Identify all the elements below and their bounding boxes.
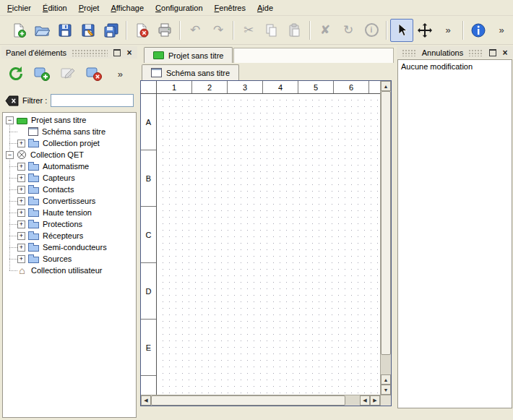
expand-toggle[interactable]: + [17, 197, 25, 205]
expand-toggle[interactable]: + [17, 220, 25, 228]
tree-item-contacts[interactable]: +Contacts [4, 184, 136, 195]
tree-item-recepteurs[interactable]: +Récepteurs [4, 230, 136, 241]
schema-icon [151, 68, 162, 77]
ruler-column-label: 2 [192, 81, 228, 93]
schema-grid-canvas[interactable] [157, 94, 380, 395]
delete-button[interactable]: ✘ [314, 19, 337, 42]
tree-item-sources[interactable]: +Sources [4, 253, 136, 265]
horizontal-scrollbar[interactable]: ◀ ◀ ▶ [141, 395, 380, 406]
save-as-button[interactable] [77, 19, 100, 42]
horizontal-scroll-thumb[interactable] [151, 395, 345, 406]
menu-fenetres[interactable]: Fenêtres [209, 1, 251, 14]
expand-toggle[interactable]: + [17, 209, 25, 217]
scroll-left-button[interactable]: ◀ [141, 395, 151, 406]
chevron-right-icon: » [499, 25, 504, 35]
scroll-up-button[interactable]: ▲ [381, 81, 391, 91]
dock-drag-handle[interactable] [468, 49, 483, 56]
scrollbar-corner [380, 395, 391, 406]
qelectrotech-window: Fichier Édition Projet Affichage Configu… [0, 0, 513, 420]
new-element-button[interactable] [30, 62, 53, 85]
clear-filter-button[interactable] [5, 95, 19, 106]
undo-button[interactable]: ↶ [184, 19, 207, 42]
tree-item-collection-qet[interactable]: −Collection QET [4, 149, 136, 160]
tree-item-protections[interactable]: +Protections [4, 218, 136, 230]
menu-projet[interactable]: Projet [73, 1, 105, 14]
menu-edition[interactable]: Édition [37, 1, 73, 14]
dock-close-button[interactable]: × [124, 47, 135, 59]
toolbar-more-button[interactable]: » [436, 19, 460, 42]
ruler-corner [141, 81, 157, 94]
expand-toggle[interactable]: + [17, 244, 25, 252]
vertical-scroll-thumb[interactable] [381, 91, 391, 355]
paste-button[interactable] [283, 19, 306, 42]
menu-fichier[interactable]: Fichier [1, 1, 37, 14]
save-button[interactable] [53, 19, 77, 42]
tree-item-automatisme[interactable]: +Automatisme [4, 160, 136, 172]
tree-item-semi-conducteurs[interactable]: +Semi-conducteurs [4, 241, 136, 253]
dock-drag-handle[interactable] [402, 49, 417, 56]
tree-item-schema-sans-titre[interactable]: Schéma sans titre [4, 126, 136, 137]
horizontal-scroll-track[interactable] [151, 395, 360, 406]
edit-element-button[interactable] [56, 62, 79, 85]
panel-toolbar-more-button[interactable]: » [109, 62, 132, 85]
reload-collection-button[interactable] [4, 62, 27, 85]
tree-item-capteurs[interactable]: +Capteurs [4, 172, 136, 184]
vertical-scrollbar[interactable]: ▲ ▲ ▼ [380, 81, 391, 395]
scroll-up-button-2[interactable]: ▲ [381, 374, 391, 385]
tree-item-collection-utilisateur[interactable]: ⌂Collection utilisateur [4, 265, 136, 276]
open-folder-icon [34, 22, 50, 38]
elements-tree[interactable]: −Projet sans titre Schéma sans titre +Co… [2, 112, 137, 418]
copy-button[interactable] [260, 19, 283, 42]
close-document-button[interactable] [130, 19, 153, 42]
menu-affichage[interactable]: Affichage [105, 1, 150, 14]
tree-item-projet-sans-titre[interactable]: −Projet sans titre [4, 114, 136, 126]
select-mode-button[interactable] [390, 19, 413, 42]
tree-item-collection-projet[interactable]: +Collection projet [4, 137, 136, 149]
expand-toggle[interactable]: − [6, 116, 14, 124]
save-all-button[interactable] [100, 19, 123, 42]
tab-projet-sans-titre[interactable]: Projet sans titre [144, 47, 233, 63]
new-document-button[interactable] [7, 19, 30, 42]
expand-toggle[interactable]: + [17, 140, 25, 147]
filter-input[interactable] [51, 94, 134, 107]
scroll-left-button-2[interactable]: ◀ [360, 395, 370, 406]
expand-toggle[interactable]: + [17, 163, 25, 171]
scroll-down-button[interactable]: ▼ [381, 385, 391, 395]
redo-button[interactable]: ↷ [207, 19, 230, 42]
expand-toggle[interactable]: + [17, 174, 25, 182]
expand-toggle[interactable]: + [17, 255, 25, 263]
tree-item-haute-tension[interactable]: +Haute tension [4, 207, 136, 218]
tab-schema-sans-titre[interactable]: Schéma sans titre [142, 64, 239, 80]
about-button[interactable] [467, 19, 490, 42]
main-toolbar: ↶ ↷ ✂ ✘ ↻ i » » [0, 16, 513, 45]
menu-configuration[interactable]: Configuration [150, 1, 208, 14]
scroll-right-button[interactable]: ▶ [370, 395, 380, 406]
toolbar-overflow-button[interactable]: » [490, 19, 513, 42]
dock-float-button[interactable] [487, 47, 499, 59]
dock-drag-handle[interactable] [72, 49, 108, 56]
rotate-button[interactable]: ↻ [337, 19, 360, 42]
expand-toggle[interactable]: + [17, 186, 25, 194]
dock-close-button[interactable]: × [499, 47, 511, 59]
toolbar-separator [233, 21, 234, 40]
rotate-icon: ↻ [343, 22, 353, 38]
information-button[interactable]: i [360, 19, 383, 42]
print-button[interactable] [153, 19, 176, 42]
expand-toggle[interactable]: + [17, 232, 25, 240]
close-document-icon [134, 22, 150, 38]
undo-history-list[interactable]: Aucune modification [397, 59, 512, 408]
print-icon [157, 22, 173, 38]
ruler-row-label: B [141, 150, 156, 207]
cut-button[interactable]: ✂ [237, 19, 260, 42]
open-document-button[interactable] [30, 19, 53, 42]
toolbar-separator [126, 21, 127, 40]
vertical-scroll-track[interactable] [381, 91, 391, 374]
pan-mode-button[interactable] [413, 19, 436, 42]
ruler-row-label: C [141, 207, 156, 263]
tree-item-convertisseurs[interactable]: +Convertisseurs [4, 195, 136, 207]
delete-element-button[interactable] [83, 62, 105, 85]
expand-toggle[interactable]: − [6, 151, 14, 159]
dock-float-button[interactable] [111, 47, 123, 59]
menu-aide[interactable]: Aide [251, 1, 279, 14]
folder-icon [28, 245, 39, 252]
